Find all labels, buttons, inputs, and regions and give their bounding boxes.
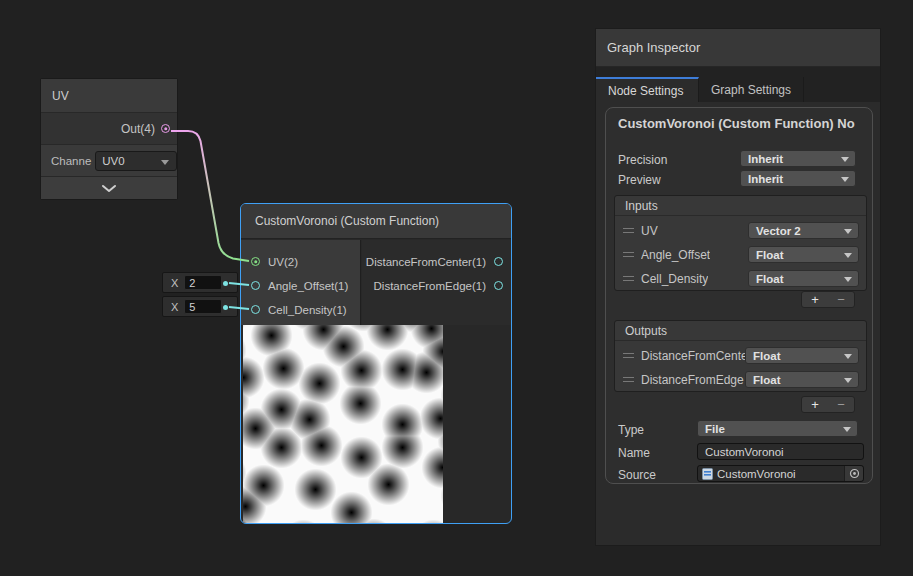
output-setting-row-distance-from-center[interactable]: DistanceFromCente Float	[615, 344, 866, 368]
uv-out-row: Out(4)	[41, 113, 177, 145]
precision-label: Precision	[618, 153, 667, 167]
input-row-angle-offset: Angle_Offset(1)	[241, 274, 361, 298]
uv-channel-dropdown[interactable]: UV0	[95, 151, 177, 171]
shader-graph-canvas[interactable]: UV Out(4) Channe UV0 X 2 X 5 CustomVoron…	[0, 0, 913, 576]
output-type-dropdown[interactable]: Float	[745, 371, 859, 388]
name-input[interactable]: CustomVoronoi	[697, 443, 864, 460]
output-type-value: Float	[753, 374, 780, 386]
chevron-down-icon	[844, 378, 852, 383]
uv-channel-row: Channe UV0	[41, 145, 177, 177]
outputs-section: Outputs DistanceFromCente Float Distance…	[614, 320, 867, 392]
drag-handle-icon[interactable]	[623, 377, 634, 382]
outputs-header: Outputs	[615, 321, 866, 341]
angle-offset-input-port[interactable]	[251, 281, 260, 290]
input-type-dropdown[interactable]: Float	[748, 246, 859, 263]
edge-uv-out-to-uv-input[interactable]	[171, 131, 249, 261]
const-field-cell-density[interactable]: X 5	[162, 296, 238, 317]
add-output-button[interactable]: +	[802, 397, 828, 412]
uv-collapse-row[interactable]	[41, 177, 177, 199]
input-row-uv: UV(2)	[241, 250, 361, 274]
tab-node-settings[interactable]: Node Settings	[596, 77, 699, 102]
input-setting-row-uv[interactable]: UV Vector 2	[615, 219, 866, 243]
uv-out-port[interactable]	[161, 124, 170, 133]
inputs-add-remove-bar: + −	[801, 291, 855, 308]
uv-out-port-dot	[164, 127, 168, 131]
output-row-distance-from-center: DistanceFromCenter(1)	[362, 250, 512, 274]
chevron-down-icon	[844, 253, 852, 258]
uv-channel-value: UV0	[102, 155, 124, 167]
input-name: UV	[641, 224, 658, 238]
script-file-icon	[702, 468, 713, 480]
const-output-port[interactable]	[223, 305, 228, 310]
output-label-distance-from-edge: DistanceFromEdge(1)	[374, 280, 486, 292]
remove-input-button[interactable]: −	[828, 292, 854, 307]
chevron-down-icon	[843, 427, 851, 432]
uv-node-title[interactable]: UV	[41, 79, 177, 113]
input-name: Cell_Density	[641, 272, 708, 286]
output-label-distance-from-center: DistanceFromCenter(1)	[366, 256, 486, 268]
node-settings-title: CustomVoronoi (Custom Function) No	[618, 116, 870, 131]
input-setting-row-cell-density[interactable]: Cell_Density Float	[615, 267, 866, 291]
drag-handle-icon[interactable]	[623, 353, 634, 358]
const-field-angle-offset[interactable]: X 2	[162, 272, 238, 293]
type-value: File	[705, 423, 725, 435]
drag-handle-icon[interactable]	[623, 228, 634, 233]
node-settings-box: CustomVoronoi (Custom Function) No Preci…	[605, 107, 873, 484]
tab-graph-settings[interactable]: Graph Settings	[699, 77, 804, 102]
output-type-dropdown[interactable]: Float	[745, 347, 859, 364]
preview-dropdown[interactable]: Inherit	[740, 170, 856, 187]
output-row-distance-from-edge: DistanceFromEdge(1)	[362, 274, 512, 298]
preview-value: Inherit	[748, 173, 783, 185]
uv-channel-label: Channe	[51, 155, 91, 167]
cell-density-input-port[interactable]	[251, 305, 260, 314]
distance-from-edge-output-port[interactable]	[494, 281, 503, 290]
outputs-add-remove-bar: + −	[801, 396, 855, 413]
source-object-field[interactable]: CustomVoronoi	[697, 465, 864, 482]
const-value-input[interactable]: 5	[184, 299, 222, 314]
inspector-tab-bar: Node Settings Graph Settings	[596, 67, 880, 102]
output-name: DistanceFromCente	[641, 349, 745, 363]
input-label-uv: UV(2)	[268, 256, 298, 268]
add-input-button[interactable]: +	[802, 292, 828, 307]
input-type-dropdown[interactable]: Vector 2	[748, 222, 859, 239]
voronoi-preview-image	[243, 325, 443, 523]
node-uv[interactable]: UV Out(4) Channe UV0	[40, 78, 178, 200]
graph-inspector-panel: Graph Inspector Node Settings Graph Sett…	[595, 28, 881, 546]
input-type-value: Vector 2	[756, 225, 801, 237]
output-setting-row-distance-from-edge[interactable]: DistanceFromEdge Float	[615, 368, 866, 392]
chevron-down-icon	[844, 354, 852, 359]
const-x-label: X	[171, 301, 178, 313]
drag-handle-icon[interactable]	[623, 276, 634, 281]
chevron-down-icon	[844, 277, 852, 282]
object-picker-button[interactable]	[844, 466, 863, 481]
voronoi-node-title[interactable]: CustomVoronoi (Custom Function)	[241, 204, 511, 239]
precision-value: Inherit	[748, 153, 783, 165]
preview-label: Preview	[618, 173, 661, 187]
type-dropdown[interactable]: File	[697, 420, 858, 437]
const-value-input[interactable]: 2	[184, 275, 222, 290]
const-output-port[interactable]	[223, 281, 228, 286]
input-type-value: Float	[756, 249, 783, 261]
uv-input-port-dot	[254, 260, 258, 264]
input-setting-row-angle-offset[interactable]: Angle_Offset Float	[615, 243, 866, 267]
input-name: Angle_Offset	[641, 248, 710, 262]
source-label: Source	[618, 468, 656, 482]
remove-output-button[interactable]: −	[828, 397, 854, 412]
type-label: Type	[618, 423, 644, 437]
distance-from-center-output-port[interactable]	[494, 257, 503, 266]
source-value: CustomVoronoi	[717, 468, 796, 480]
inputs-section: Inputs UV Vector 2 Angle_Offset Float	[614, 195, 867, 291]
voronoi-outputs-column: DistanceFromCenter(1) DistanceFromEdge(1…	[362, 240, 512, 325]
input-type-dropdown[interactable]: Float	[748, 270, 859, 287]
chevron-down-icon	[841, 177, 849, 182]
uv-out-label: Out(4)	[121, 122, 155, 136]
voronoi-inputs-column: UV(2) Angle_Offset(1) Cell_Density(1)	[241, 240, 361, 325]
output-name: DistanceFromEdge	[641, 373, 744, 387]
inspector-title[interactable]: Graph Inspector	[596, 29, 880, 67]
drag-handle-icon[interactable]	[623, 252, 634, 257]
node-custom-voronoi[interactable]: CustomVoronoi (Custom Function) UV(2) An…	[240, 203, 512, 524]
uv-input-port[interactable]	[251, 257, 260, 266]
input-label-cell-density: Cell_Density(1)	[268, 304, 347, 316]
precision-dropdown[interactable]: Inherit	[740, 150, 856, 167]
output-type-value: Float	[753, 350, 780, 362]
